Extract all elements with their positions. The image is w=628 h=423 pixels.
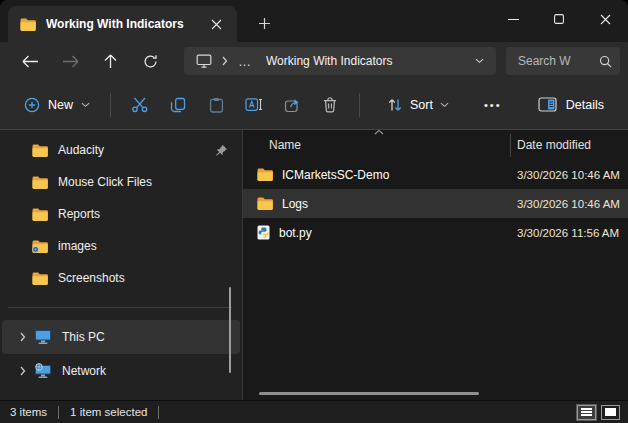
file-name: ICMarketsSC-Demo: [282, 168, 389, 182]
cut-button[interactable]: [121, 88, 159, 122]
status-divider: [58, 406, 59, 419]
close-window-button[interactable]: [582, 0, 628, 38]
file-row-logs[interactable]: Logs 3/30/2026 10:46 AM: [243, 189, 628, 218]
address-dropdown-chevron-icon[interactable]: [467, 58, 484, 64]
chevron-right-icon[interactable]: [12, 332, 34, 342]
command-toolbar: New Sort ••• Details: [0, 80, 628, 130]
close-icon: [211, 19, 222, 30]
up-button[interactable]: [90, 46, 130, 76]
share-button[interactable]: [273, 88, 311, 122]
breadcrumb-current-folder[interactable]: Working With Indicators: [266, 54, 393, 68]
sidebar-item-label: Mouse Click Files: [58, 175, 152, 189]
details-toggle-button[interactable]: Details: [528, 91, 614, 118]
large-icons-view-button[interactable]: [601, 405, 620, 420]
clipboard-icon: [209, 97, 224, 113]
sidebar-item-label: This PC: [62, 330, 105, 344]
file-date-modified: 3/30/2026 10:46 AM: [510, 198, 620, 210]
refresh-button[interactable]: [130, 46, 170, 76]
details-pane-icon: [538, 97, 557, 112]
file-date-modified: 3/30/2026 10:46 AM: [510, 169, 620, 181]
refresh-icon: [143, 54, 158, 69]
file-name: Logs: [282, 197, 308, 211]
file-list: Name Date modified ICMarketsSC-Demo 3/30…: [243, 130, 628, 400]
details-button-label: Details: [566, 98, 604, 112]
column-separator[interactable]: [510, 134, 511, 157]
folder-icon: [257, 168, 273, 181]
more-options-button[interactable]: •••: [472, 93, 514, 117]
sidebar-separator: [8, 307, 232, 308]
maximize-button[interactable]: [536, 0, 582, 38]
chevron-right-icon[interactable]: [12, 366, 34, 376]
sidebar-item-label: Reports: [58, 207, 100, 221]
address-bar[interactable]: … Working With Indicators: [184, 47, 496, 75]
sidebar-item-images[interactable]: images: [2, 230, 240, 262]
search-box[interactable]: [506, 47, 620, 75]
sort-arrows-icon: [387, 97, 403, 113]
search-input[interactable]: [518, 54, 599, 68]
close-icon: [600, 14, 611, 25]
titlebar: Working With Indicators: [0, 0, 628, 42]
folder-icon: [32, 208, 48, 221]
forward-button[interactable]: [50, 46, 90, 76]
tab-close-button[interactable]: [205, 13, 227, 35]
circle-plus-icon: [24, 97, 40, 113]
arrow-left-icon: [22, 55, 39, 68]
horizontal-scrollbar[interactable]: [259, 392, 479, 395]
sidebar-scrollbar[interactable]: [229, 287, 231, 373]
file-row-icmarketssc-demo[interactable]: ICMarketsSC-Demo 3/30/2026 10:46 AM: [243, 160, 628, 189]
copy-button[interactable]: [159, 88, 197, 122]
sidebar-item-audacity[interactable]: Audacity: [2, 134, 240, 166]
new-button-label: New: [48, 98, 73, 112]
content-area: Audacity Mouse Click Files Reports image…: [0, 130, 628, 400]
delete-button[interactable]: [311, 88, 349, 122]
folder-icon: [32, 176, 48, 189]
copy-icon: [170, 97, 186, 113]
search-icon[interactable]: [599, 55, 612, 68]
window-controls: [490, 0, 628, 42]
sidebar-item-reports[interactable]: Reports: [2, 198, 240, 230]
folder-icon: [257, 197, 273, 210]
sort-button[interactable]: Sort: [378, 91, 458, 119]
folder-shortcut-icon: [32, 240, 48, 253]
this-pc-icon[interactable]: [196, 54, 212, 68]
item-count: 3 items: [10, 406, 47, 418]
sort-ascending-icon: [374, 129, 384, 135]
explorer-tab[interactable]: Working With Indicators: [8, 6, 237, 42]
status-bar: 3 items 1 item selected: [0, 400, 628, 423]
new-button[interactable]: New: [14, 91, 100, 119]
sidebar-item-label: Network: [62, 364, 106, 378]
trash-icon: [323, 97, 337, 113]
file-name: bot.py: [279, 226, 312, 240]
sidebar-item-screenshots[interactable]: Screenshots: [2, 262, 240, 294]
minimize-button[interactable]: [490, 0, 536, 38]
new-tab-button[interactable]: [249, 10, 279, 36]
breadcrumb-ellipsis[interactable]: …: [238, 54, 252, 69]
sidebar-item-label: Audacity: [58, 143, 104, 157]
paste-button[interactable]: [197, 88, 235, 122]
sidebar-item-label: images: [58, 239, 97, 253]
file-list-header: Name Date modified: [243, 130, 628, 160]
details-view-button[interactable]: [577, 405, 596, 420]
toolbar-divider: [110, 93, 111, 117]
column-header-name[interactable]: Name: [243, 138, 510, 152]
toolbar-divider: [359, 93, 360, 117]
chevron-down-icon: [81, 102, 90, 108]
view-toggles: [577, 405, 620, 420]
column-header-date-modified[interactable]: Date modified: [510, 138, 591, 152]
folder-icon: [20, 18, 36, 31]
arrow-right-icon: [62, 55, 79, 68]
rename-button[interactable]: [235, 88, 273, 122]
folder-icon: [32, 272, 48, 285]
navigation-bar: … Working With Indicators: [0, 42, 628, 80]
back-button[interactable]: [10, 46, 50, 76]
sidebar-item-this-pc[interactable]: This PC: [2, 320, 240, 354]
sort-button-label: Sort: [410, 98, 433, 112]
file-row-bot-py[interactable]: bot.py 3/30/2026 11:56 AM: [243, 218, 628, 247]
status-divider: [158, 406, 159, 419]
arrow-up-icon: [104, 54, 117, 69]
file-explorer-window: Working With Indicators: [0, 0, 628, 423]
sidebar-item-network[interactable]: Network: [2, 354, 240, 388]
sidebar-item-mouse-click-files[interactable]: Mouse Click Files: [2, 166, 240, 198]
plus-icon: [258, 17, 271, 30]
scissors-icon: [131, 97, 149, 113]
